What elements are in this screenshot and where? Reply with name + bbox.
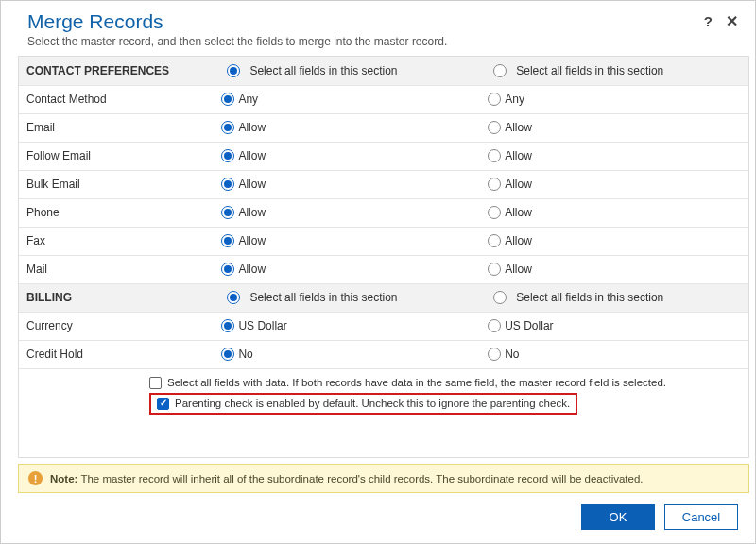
field-sub-option[interactable]: Allow — [488, 234, 743, 247]
note-prefix: Note: — [50, 473, 77, 484]
field-sub-cell: Allow — [482, 170, 748, 198]
select-all-data-row: Select all fields with data. If both rec… — [26, 375, 741, 391]
field-master-value: Any — [238, 93, 258, 106]
field-sub-cell: No — [482, 340, 748, 368]
dialog-header: Merge Records Select the master record, … — [1, 1, 755, 56]
content-area: CONTACT PREFERENCESSelect all fields in … — [1, 56, 755, 458]
field-sub-option[interactable]: No — [488, 348, 743, 361]
radio-icon — [488, 234, 501, 247]
field-master-cell: Any — [215, 85, 482, 113]
field-sub-value: Any — [505, 93, 524, 106]
parenting-check-checkbox[interactable] — [157, 398, 169, 410]
radio-icon — [488, 93, 501, 106]
field-row: FaxAllowAllow — [19, 227, 748, 255]
field-master-cell: US Dollar — [215, 312, 482, 340]
field-sub-option[interactable]: US Dollar — [488, 319, 743, 332]
parenting-check-label: Parenting check is enabled by default. U… — [175, 398, 570, 409]
section-title: BILLING — [19, 283, 215, 312]
field-sub-value: Allow — [505, 178, 532, 191]
select-all-master[interactable]: Select all fields in this section — [221, 64, 476, 77]
field-master-value: Allow — [238, 149, 266, 162]
dialog-title: Merge Records — [27, 10, 729, 33]
radio-icon — [488, 121, 501, 134]
field-label: Credit Hold — [19, 340, 215, 368]
field-master-option[interactable]: No — [221, 348, 476, 361]
bottom-options: Select all fields with data. If both rec… — [19, 369, 748, 422]
field-master-value: Allow — [238, 178, 266, 191]
field-master-option[interactable]: Allow — [221, 206, 476, 219]
radio-icon — [221, 206, 234, 219]
field-master-option[interactable]: US Dollar — [221, 319, 476, 332]
select-all-master[interactable]: Select all fields in this section — [221, 291, 476, 304]
note-body: The master record will inherit all of th… — [80, 473, 643, 484]
warning-icon: ! — [28, 471, 43, 485]
select-all-sub[interactable]: Select all fields in this section — [488, 291, 743, 304]
section-sub: Select all fields in this section — [482, 283, 748, 312]
radio-icon — [221, 149, 234, 162]
field-sub-option[interactable]: Any — [488, 93, 743, 106]
dialog-subtitle: Select the master record, and then selec… — [27, 35, 729, 48]
field-master-cell: Allow — [215, 142, 482, 170]
select-all-data-checkbox[interactable] — [149, 377, 162, 389]
section-header-row: BILLINGSelect all fields in this section… — [19, 283, 748, 312]
field-master-option[interactable]: Any — [221, 93, 476, 106]
field-master-option[interactable]: Allow — [221, 178, 476, 191]
radio-icon — [221, 263, 234, 276]
field-master-value: Allow — [238, 234, 266, 247]
field-label: Bulk Email — [19, 170, 215, 198]
field-master-option[interactable]: Allow — [221, 149, 476, 162]
field-sub-option[interactable]: Allow — [488, 263, 743, 276]
header-icons: ? ✕ — [704, 12, 738, 30]
dialog-footer: OK Cancel — [1, 493, 755, 543]
select-all-label: Select all fields in this section — [516, 291, 663, 304]
section-title: CONTACT PREFERENCES — [19, 57, 215, 85]
field-sub-cell: Allow — [482, 227, 748, 255]
section-master: Select all fields in this section — [215, 283, 482, 312]
field-sub-cell: Allow — [482, 255, 748, 283]
field-sub-cell: US Dollar — [482, 312, 748, 340]
field-sub-option[interactable]: Allow — [488, 206, 743, 219]
field-sub-option[interactable]: Allow — [488, 178, 743, 191]
field-label: Email — [19, 113, 215, 142]
field-master-option[interactable]: Allow — [221, 121, 476, 134]
field-master-value: No — [238, 348, 252, 361]
select-all-label: Select all fields in this section — [249, 291, 397, 304]
select-all-label: Select all fields in this section — [516, 64, 663, 77]
radio-icon — [488, 206, 501, 219]
merge-table: CONTACT PREFERENCESSelect all fields in … — [19, 57, 748, 369]
field-master-cell: No — [215, 340, 482, 368]
ok-button[interactable]: OK — [581, 504, 655, 530]
field-sub-option[interactable]: Allow — [488, 121, 743, 134]
section-master: Select all fields in this section — [215, 57, 482, 85]
section-sub: Select all fields in this section — [482, 57, 748, 85]
select-all-sub[interactable]: Select all fields in this section — [488, 64, 743, 77]
field-row: CurrencyUS DollarUS Dollar — [19, 312, 748, 340]
field-label: Follow Email — [19, 142, 215, 170]
radio-icon — [488, 348, 501, 361]
cancel-button[interactable]: Cancel — [664, 504, 738, 530]
parenting-check-row: Parenting check is enabled by default. U… — [26, 391, 741, 416]
field-row: EmailAllowAllow — [19, 113, 748, 142]
field-master-value: US Dollar — [238, 319, 286, 332]
field-label: Contact Method — [19, 85, 215, 113]
field-sub-value: US Dollar — [505, 319, 553, 332]
field-sub-value: No — [505, 348, 519, 361]
field-row: Bulk EmailAllowAllow — [19, 170, 748, 198]
field-row: Credit HoldNoNo — [19, 340, 748, 368]
field-sub-value: Allow — [505, 149, 532, 162]
field-sub-option[interactable]: Allow — [488, 149, 743, 162]
field-master-option[interactable]: Allow — [221, 263, 476, 276]
field-label: Phone — [19, 198, 215, 227]
merge-scroll[interactable]: CONTACT PREFERENCESSelect all fields in … — [18, 56, 749, 458]
close-icon[interactable]: ✕ — [726, 12, 738, 30]
radio-icon — [488, 263, 501, 276]
field-sub-value: Allow — [505, 263, 532, 276]
field-sub-cell: Allow — [482, 113, 748, 142]
radio-icon — [227, 64, 240, 77]
radio-icon — [488, 319, 501, 332]
note-bar: ! Note: The master record will inherit a… — [18, 464, 749, 493]
radio-icon — [221, 178, 234, 191]
section-header-row: CONTACT PREFERENCESSelect all fields in … — [19, 57, 748, 85]
field-master-option[interactable]: Allow — [221, 234, 476, 247]
help-icon[interactable]: ? — [704, 13, 713, 29]
